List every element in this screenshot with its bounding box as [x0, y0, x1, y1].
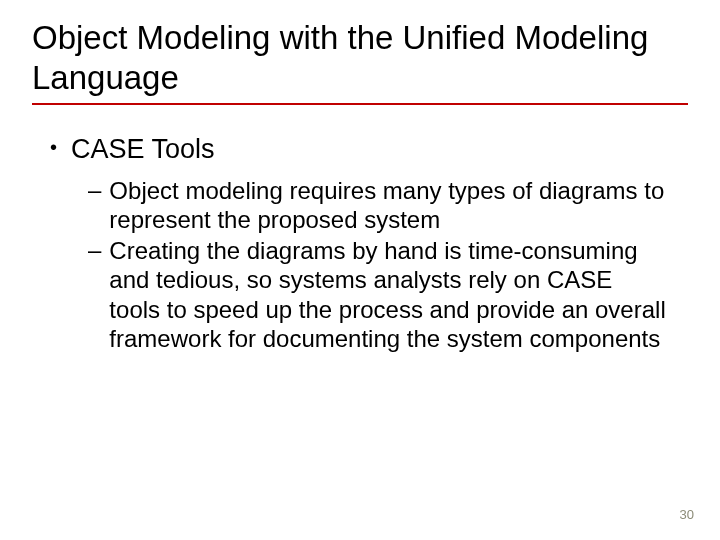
dash-icon: –	[88, 236, 101, 264]
list-item: – Object modeling requires many types of…	[88, 176, 668, 235]
bullet-text: CASE Tools	[71, 133, 215, 165]
list-item: • CASE Tools	[50, 133, 688, 165]
bullet-text: Object modeling requires many types of d…	[109, 176, 668, 235]
slide-title: Object Modeling with the Unified Modelin…	[32, 18, 688, 105]
list-item: – Creating the diagrams by hand is time-…	[88, 236, 668, 353]
dash-icon: –	[88, 176, 101, 204]
bullet-icon: •	[50, 133, 57, 161]
bullet-text: Creating the diagrams by hand is time-co…	[109, 236, 668, 353]
page-number: 30	[680, 507, 694, 522]
